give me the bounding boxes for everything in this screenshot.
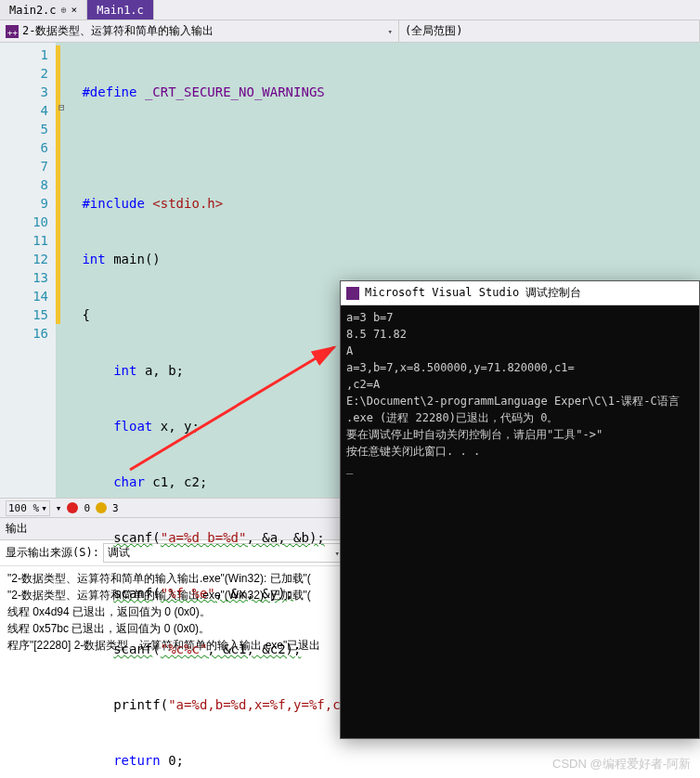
console-titlebar[interactable]: Microsoft Visual Studio 调试控制台 bbox=[341, 281, 699, 305]
line-number: 12 bbox=[0, 250, 48, 268]
line-number: 2 bbox=[0, 64, 48, 83]
breadcrumb-text: 2-数据类型、运算符和简单的输入输出 bbox=[22, 23, 214, 39]
breadcrumb: ++ 2-数据类型、运算符和简单的输入输出 ▾ (全局范围) bbox=[0, 20, 700, 43]
console-title-text: Microsoft Visual Studio 调试控制台 bbox=[365, 285, 581, 301]
line-number: 15 bbox=[0, 305, 48, 324]
tab-main1[interactable]: Main1.c bbox=[87, 0, 154, 19]
zoom-level[interactable]: 100 % ▾ bbox=[6, 500, 50, 516]
breadcrumb-project[interactable]: ++ 2-数据类型、运算符和简单的输入输出 ▾ bbox=[0, 20, 399, 42]
tab-label: Main1.c bbox=[97, 4, 144, 17]
line-number: 8 bbox=[0, 175, 48, 194]
breadcrumb-scope-text: (全局范围) bbox=[405, 23, 462, 39]
close-icon[interactable]: × bbox=[71, 4, 78, 16]
line-number: 9 bbox=[0, 194, 48, 213]
line-number: 3 bbox=[0, 83, 48, 101]
pin-icon: ⊕ bbox=[61, 5, 67, 15]
chevron-down-icon: ▾ bbox=[41, 502, 47, 514]
debug-console-window[interactable]: Microsoft Visual Studio 调试控制台 a=3 b=78.5… bbox=[340, 280, 700, 739]
console-body: a=3 b=78.5 71.82Aa=3,b=7,x=8.500000,y=71… bbox=[341, 305, 699, 480]
chevron-down-icon: ▾ bbox=[388, 27, 393, 36]
tab-main2[interactable]: Main2.c ⊕ × bbox=[0, 0, 87, 19]
editor-tabs: Main2.c ⊕ × Main1.c bbox=[0, 0, 700, 20]
line-number: 6 bbox=[0, 138, 48, 157]
line-number: 10 bbox=[0, 213, 48, 231]
breadcrumb-scope[interactable]: (全局范围) bbox=[399, 20, 700, 42]
line-number: 7 bbox=[0, 157, 48, 175]
fold-icon[interactable]: ⊟ bbox=[58, 101, 65, 113]
watermark: CSDN @编程爱好者-阿新 bbox=[552, 756, 691, 772]
line-number: 16 bbox=[0, 324, 48, 343]
line-number: 5 bbox=[0, 120, 48, 138]
svg-text:++: ++ bbox=[7, 28, 18, 37]
line-number: 1 bbox=[0, 45, 48, 64]
fold-margin: ⊟ bbox=[56, 43, 74, 498]
line-gutter: 1 2 3 4 5 6 7 8 9 10 11 12 13 14 15 16 bbox=[0, 43, 56, 498]
cpp-icon: ++ bbox=[6, 25, 19, 38]
vs-icon bbox=[346, 287, 359, 300]
line-number: 11 bbox=[0, 231, 48, 250]
tab-label: Main2.c bbox=[9, 4, 57, 17]
line-number: 4 bbox=[0, 101, 48, 120]
line-number: 13 bbox=[0, 268, 48, 287]
line-number: 14 bbox=[0, 287, 48, 305]
